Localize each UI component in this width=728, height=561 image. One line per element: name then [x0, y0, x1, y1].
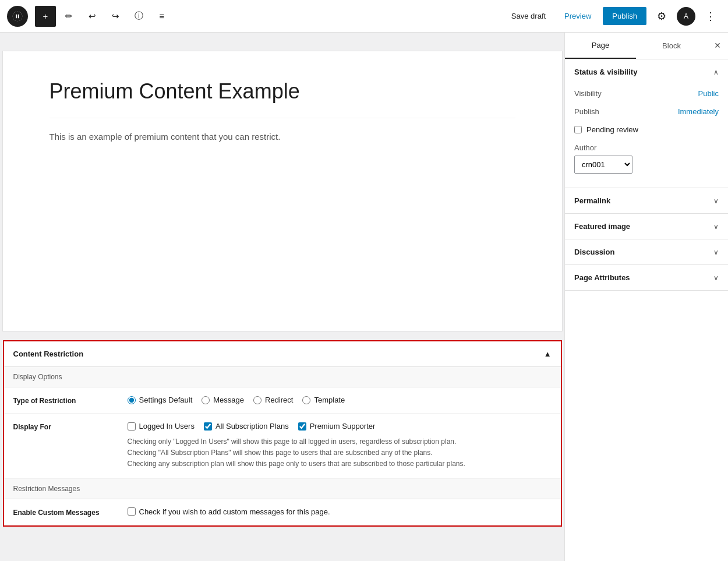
content-restriction-panel: Content Restriction ▲ Display Options Ty…: [3, 340, 562, 527]
checkbox-logged-in-users[interactable]: Logged In Users: [128, 422, 195, 431]
featured-image-chevron: ∨: [713, 223, 719, 231]
sidebar: Page Block × Status & visibility ∧ Visib…: [564, 33, 728, 561]
author-select[interactable]: crn001: [574, 156, 632, 174]
page-attributes-chevron: ∨: [713, 274, 719, 282]
pending-review-checkbox[interactable]: [574, 126, 582, 133]
sidebar-section-discussion: Discussion ∨: [565, 239, 728, 265]
display-for-field: Logged In Users All Subscription Plans P…: [128, 422, 552, 470]
featured-image-header[interactable]: Featured image ∨: [565, 214, 728, 239]
content-restriction-header[interactable]: Content Restriction ▲: [4, 341, 561, 367]
type-of-restriction-field: Settings Default Message Redirect T: [128, 396, 552, 404]
wp-logo-icon[interactable]: [7, 6, 28, 27]
list-view-button[interactable]: ≡: [151, 6, 172, 27]
sidebar-section-status-visibility: Status & visibility ∧ Visibility Public …: [565, 59, 728, 188]
preview-button[interactable]: Preview: [557, 8, 598, 24]
undo-button[interactable]: ↩: [82, 6, 103, 27]
publish-button[interactable]: Publish: [603, 7, 646, 25]
info-button[interactable]: ⓘ: [128, 6, 149, 27]
enable-custom-messages-label: Enable Custom Messages: [13, 507, 118, 517]
display-for-hint-2: Checking "All Subscription Plans" will s…: [128, 447, 552, 458]
visibility-row: Visibility Public: [574, 84, 719, 103]
discussion-chevron: ∨: [713, 248, 719, 256]
enable-custom-messages-row: Enable Custom Messages Check if you wish…: [4, 499, 561, 525]
permalink-header[interactable]: Permalink ∨: [565, 188, 728, 213]
redo-button[interactable]: ↪: [105, 6, 126, 27]
pending-review-row: Pending review: [574, 121, 719, 139]
sidebar-tabs-row: Page Block ×: [565, 33, 728, 59]
avatar-button[interactable]: A: [677, 7, 695, 26]
sidebar-section-featured-image: Featured image ∨: [565, 214, 728, 239]
display-for-hint-1: Checking only "Logged In Users" will sho…: [128, 436, 552, 447]
content-restriction-title: Content Restriction: [13, 350, 84, 358]
sidebar-section-permalink: Permalink ∨: [565, 188, 728, 214]
add-block-button[interactable]: +: [35, 6, 56, 27]
edit-button[interactable]: ✏: [58, 6, 79, 27]
save-draft-button[interactable]: Save draft: [504, 8, 553, 24]
page-title[interactable]: Premium Content Example: [50, 79, 515, 104]
publish-label: Publish: [574, 107, 599, 116]
collapse-icon: ▲: [544, 350, 552, 358]
radio-message[interactable]: Message: [202, 396, 244, 404]
sidebar-close-button[interactable]: ×: [707, 36, 728, 57]
restriction-type-radio-group: Settings Default Message Redirect T: [128, 396, 552, 404]
display-for-label: Display For: [13, 422, 118, 431]
checkbox-enable-custom-messages[interactable]: Check if you wish to add custom messages…: [128, 507, 552, 516]
display-for-row: Display For Logged In Users All Subscrip…: [4, 414, 561, 479]
status-visibility-content: Visibility Public Publish Immediately Pe…: [565, 84, 728, 188]
page-attributes-header[interactable]: Page Attributes ∨: [565, 265, 728, 290]
status-visibility-header[interactable]: Status & visibility ∧: [565, 59, 728, 84]
enable-custom-messages-field: Check if you wish to add custom messages…: [128, 507, 552, 516]
featured-image-title: Featured image: [574, 222, 630, 231]
page-content[interactable]: This is an example of premium content th…: [50, 118, 515, 144]
display-options-header: Display Options: [4, 367, 561, 387]
pending-review-label[interactable]: Pending review: [586, 125, 638, 134]
status-visibility-title: Status & visibility: [574, 68, 637, 76]
discussion-header[interactable]: Discussion ∨: [565, 239, 728, 264]
radio-settings-default[interactable]: Settings Default: [128, 396, 193, 404]
display-for-hint-3: Checking any subscription plan will show…: [128, 458, 552, 470]
display-for-checkbox-group: Logged In Users All Subscription Plans P…: [128, 422, 552, 431]
settings-button[interactable]: ⚙: [651, 6, 672, 27]
status-visibility-chevron: ∧: [713, 68, 719, 76]
discussion-title: Discussion: [574, 248, 614, 256]
author-row: Author crn001: [574, 139, 719, 178]
checkbox-premium-supporter[interactable]: Premium Supporter: [298, 422, 376, 431]
permalink-title: Permalink: [574, 196, 610, 205]
publish-value[interactable]: Immediately: [678, 107, 719, 116]
toolbar-right: Save draft Preview Publish ⚙ A ⋮: [504, 6, 721, 27]
more-options-button[interactable]: ⋮: [700, 6, 721, 27]
tab-block[interactable]: Block: [636, 33, 707, 58]
type-of-restriction-label: Type of Restriction: [13, 396, 118, 405]
sidebar-section-page-attributes: Page Attributes ∨: [565, 265, 728, 291]
toolbar: + ✏ ↩ ↪ ⓘ ≡ Save draft Preview Publish ⚙…: [0, 0, 728, 33]
type-of-restriction-row: Type of Restriction Settings Default Mes…: [4, 387, 561, 414]
main-layout: Premium Content Example This is an examp…: [0, 33, 728, 561]
restriction-messages-header: Restriction Messages: [4, 479, 561, 499]
publish-row: Publish Immediately: [574, 103, 719, 121]
editor-area: Premium Content Example This is an examp…: [0, 33, 564, 561]
permalink-chevron: ∨: [713, 197, 719, 205]
editor-content: Premium Content Example This is an examp…: [3, 51, 562, 331]
visibility-value[interactable]: Public: [698, 89, 719, 98]
checkbox-all-subscription-plans[interactable]: All Subscription Plans: [204, 422, 289, 431]
radio-redirect[interactable]: Redirect: [253, 396, 293, 404]
author-label: Author: [574, 143, 596, 152]
enable-custom-messages-checkbox-label: Check if you wish to add custom messages…: [139, 507, 330, 516]
radio-template[interactable]: Template: [302, 396, 345, 404]
tab-page[interactable]: Page: [565, 33, 636, 59]
visibility-label: Visibility: [574, 89, 602, 98]
page-attributes-title: Page Attributes: [574, 273, 630, 282]
